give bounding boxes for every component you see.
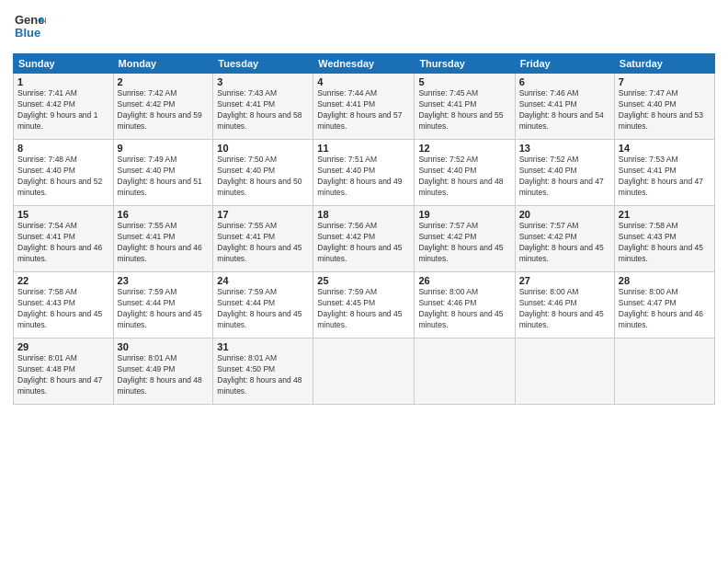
- day-info: Sunrise: 7:45 AM Sunset: 4:41 PM Dayligh…: [418, 88, 510, 132]
- calendar-cell: 19 Sunrise: 7:57 AM Sunset: 4:42 PM Dayl…: [415, 206, 515, 272]
- calendar-table: SundayMondayTuesdayWednesdayThursdayFrid…: [13, 53, 715, 405]
- day-info: Sunrise: 7:43 AM Sunset: 4:41 PM Dayligh…: [217, 88, 309, 132]
- day-info: Sunrise: 8:01 AM Sunset: 4:48 PM Dayligh…: [17, 353, 109, 397]
- calendar-cell: 18 Sunrise: 7:56 AM Sunset: 4:42 PM Dayl…: [313, 206, 415, 272]
- day-info: Sunrise: 7:50 AM Sunset: 4:40 PM Dayligh…: [217, 155, 309, 199]
- day-info: Sunrise: 7:52 AM Sunset: 4:40 PM Dayligh…: [519, 155, 610, 199]
- day-info: Sunrise: 8:00 AM Sunset: 4:46 PM Dayligh…: [418, 287, 510, 331]
- calendar-cell: [614, 339, 714, 405]
- day-number: 17: [217, 209, 309, 220]
- day-info: Sunrise: 7:52 AM Sunset: 4:40 PM Dayligh…: [418, 155, 510, 199]
- day-info: Sunrise: 8:00 AM Sunset: 4:47 PM Dayligh…: [619, 287, 711, 331]
- day-number: 16: [118, 209, 210, 220]
- calendar-cell: [515, 339, 614, 405]
- calendar-cell: 6 Sunrise: 7:46 AM Sunset: 4:41 PM Dayli…: [515, 74, 614, 140]
- day-number: 15: [17, 209, 109, 220]
- calendar-cell: 13 Sunrise: 7:52 AM Sunset: 4:40 PM Dayl…: [515, 140, 614, 206]
- calendar-cell: 16 Sunrise: 7:55 AM Sunset: 4:41 PM Dayl…: [113, 206, 213, 272]
- calendar-cell: 3 Sunrise: 7:43 AM Sunset: 4:41 PM Dayli…: [213, 74, 313, 140]
- column-header-sunday: Sunday: [14, 54, 114, 74]
- day-number: 24: [217, 275, 309, 286]
- calendar-cell: 30 Sunrise: 8:01 AM Sunset: 4:49 PM Dayl…: [113, 339, 213, 405]
- day-info: Sunrise: 7:44 AM Sunset: 4:41 PM Dayligh…: [317, 88, 410, 132]
- day-info: Sunrise: 7:47 AM Sunset: 4:40 PM Dayligh…: [619, 88, 711, 132]
- week-row-4: 22 Sunrise: 7:58 AM Sunset: 4:43 PM Dayl…: [14, 272, 715, 339]
- day-info: Sunrise: 7:59 AM Sunset: 4:44 PM Dayligh…: [217, 287, 309, 331]
- day-number: 29: [17, 341, 109, 352]
- day-number: 31: [217, 341, 309, 352]
- day-info: Sunrise: 7:54 AM Sunset: 4:41 PM Dayligh…: [17, 221, 109, 265]
- day-info: Sunrise: 7:41 AM Sunset: 4:42 PM Dayligh…: [17, 88, 109, 132]
- calendar-cell: 31 Sunrise: 8:01 AM Sunset: 4:50 PM Dayl…: [213, 339, 313, 405]
- calendar-cell: 28 Sunrise: 8:00 AM Sunset: 4:47 PM Dayl…: [614, 272, 714, 339]
- calendar-cell: 27 Sunrise: 8:00 AM Sunset: 4:46 PM Dayl…: [515, 272, 614, 339]
- calendar-cell: 24 Sunrise: 7:59 AM Sunset: 4:44 PM Dayl…: [213, 272, 313, 339]
- day-info: Sunrise: 7:55 AM Sunset: 4:41 PM Dayligh…: [217, 221, 309, 265]
- header: General Blue: [13, 9, 715, 46]
- calendar-cell: 12 Sunrise: 7:52 AM Sunset: 4:40 PM Dayl…: [415, 140, 515, 206]
- day-info: Sunrise: 7:55 AM Sunset: 4:41 PM Dayligh…: [118, 221, 210, 265]
- calendar-cell: 22 Sunrise: 7:58 AM Sunset: 4:43 PM Dayl…: [14, 272, 114, 339]
- day-info: Sunrise: 7:56 AM Sunset: 4:42 PM Dayligh…: [317, 221, 410, 265]
- day-number: 27: [519, 275, 610, 286]
- page: General Blue SundayMondayTuesdayWednesda…: [0, 0, 728, 563]
- calendar-cell: 29 Sunrise: 8:01 AM Sunset: 4:48 PM Dayl…: [14, 339, 114, 405]
- svg-text:Blue: Blue: [15, 26, 40, 40]
- day-info: Sunrise: 7:46 AM Sunset: 4:41 PM Dayligh…: [519, 88, 610, 132]
- calendar-cell: 10 Sunrise: 7:50 AM Sunset: 4:40 PM Dayl…: [213, 140, 313, 206]
- day-info: Sunrise: 7:49 AM Sunset: 4:40 PM Dayligh…: [118, 155, 210, 199]
- day-info: Sunrise: 8:01 AM Sunset: 4:50 PM Dayligh…: [217, 353, 309, 397]
- day-number: 9: [118, 143, 210, 154]
- day-info: Sunrise: 7:59 AM Sunset: 4:45 PM Dayligh…: [317, 287, 410, 331]
- column-header-thursday: Thursday: [415, 54, 515, 74]
- day-info: Sunrise: 7:42 AM Sunset: 4:42 PM Dayligh…: [118, 88, 210, 132]
- calendar-cell: 25 Sunrise: 7:59 AM Sunset: 4:45 PM Dayl…: [313, 272, 415, 339]
- day-info: Sunrise: 7:58 AM Sunset: 4:43 PM Dayligh…: [619, 221, 711, 265]
- calendar-cell: 14 Sunrise: 7:53 AM Sunset: 4:41 PM Dayl…: [614, 140, 714, 206]
- calendar-cell: 21 Sunrise: 7:58 AM Sunset: 4:43 PM Dayl…: [614, 206, 714, 272]
- calendar-body: 1 Sunrise: 7:41 AM Sunset: 4:42 PM Dayli…: [14, 74, 715, 405]
- day-number: 4: [317, 76, 410, 87]
- column-header-monday: Monday: [113, 54, 213, 74]
- day-info: Sunrise: 7:59 AM Sunset: 4:44 PM Dayligh…: [118, 287, 210, 331]
- column-header-wednesday: Wednesday: [313, 54, 415, 74]
- column-header-tuesday: Tuesday: [213, 54, 313, 74]
- week-row-5: 29 Sunrise: 8:01 AM Sunset: 4:48 PM Dayl…: [14, 339, 715, 405]
- day-number: 11: [317, 143, 410, 154]
- day-number: 7: [619, 76, 711, 87]
- calendar-cell: 1 Sunrise: 7:41 AM Sunset: 4:42 PM Dayli…: [14, 74, 114, 140]
- day-number: 10: [217, 143, 309, 154]
- day-number: 6: [519, 76, 610, 87]
- day-number: 2: [118, 76, 210, 87]
- calendar-cell: 23 Sunrise: 7:59 AM Sunset: 4:44 PM Dayl…: [113, 272, 213, 339]
- day-info: Sunrise: 8:01 AM Sunset: 4:49 PM Dayligh…: [118, 353, 210, 397]
- calendar-cell: 11 Sunrise: 7:51 AM Sunset: 4:40 PM Dayl…: [313, 140, 415, 206]
- day-info: Sunrise: 7:48 AM Sunset: 4:40 PM Dayligh…: [17, 155, 109, 199]
- week-row-1: 1 Sunrise: 7:41 AM Sunset: 4:42 PM Dayli…: [14, 74, 715, 140]
- day-number: 22: [17, 275, 109, 286]
- day-number: 23: [118, 275, 210, 286]
- calendar-cell: 4 Sunrise: 7:44 AM Sunset: 4:41 PM Dayli…: [313, 74, 415, 140]
- column-header-friday: Friday: [515, 54, 614, 74]
- week-row-3: 15 Sunrise: 7:54 AM Sunset: 4:41 PM Dayl…: [14, 206, 715, 272]
- day-info: Sunrise: 8:00 AM Sunset: 4:46 PM Dayligh…: [519, 287, 610, 331]
- calendar-cell: 5 Sunrise: 7:45 AM Sunset: 4:41 PM Dayli…: [415, 74, 515, 140]
- day-number: 18: [317, 209, 410, 220]
- day-number: 14: [619, 143, 711, 154]
- day-number: 20: [519, 209, 610, 220]
- day-number: 3: [217, 76, 309, 87]
- day-number: 19: [418, 209, 510, 220]
- calendar-cell: 20 Sunrise: 7:57 AM Sunset: 4:42 PM Dayl…: [515, 206, 614, 272]
- day-number: 5: [418, 76, 510, 87]
- column-header-saturday: Saturday: [614, 54, 714, 74]
- calendar-cell: [415, 339, 515, 405]
- day-number: 25: [317, 275, 410, 286]
- calendar-cell: 2 Sunrise: 7:42 AM Sunset: 4:42 PM Dayli…: [113, 74, 213, 140]
- day-info: Sunrise: 7:57 AM Sunset: 4:42 PM Dayligh…: [519, 221, 610, 265]
- calendar-cell: 9 Sunrise: 7:49 AM Sunset: 4:40 PM Dayli…: [113, 140, 213, 206]
- calendar-cell: 15 Sunrise: 7:54 AM Sunset: 4:41 PM Dayl…: [14, 206, 114, 272]
- day-number: 26: [418, 275, 510, 286]
- day-number: 13: [519, 143, 610, 154]
- day-number: 30: [118, 341, 210, 352]
- calendar-cell: [313, 339, 415, 405]
